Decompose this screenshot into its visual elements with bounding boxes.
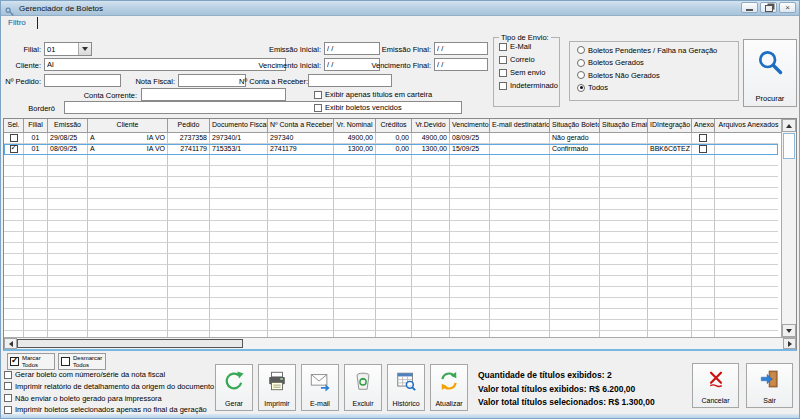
tipo-envio-option-2[interactable]: Correio [499, 55, 559, 64]
column-header-emissao[interactable]: Emissão [48, 119, 88, 133]
close-icon[interactable]: × [779, 2, 796, 13]
vertical-scrollbar[interactable] [781, 119, 796, 337]
procurar-button[interactable]: Procurar [743, 39, 797, 107]
cell-vr_nominal [334, 320, 376, 331]
scroll-left-icon[interactable] [4, 338, 17, 349]
table-row-empty [4, 232, 778, 243]
column-header-pedido[interactable]: Pedido [168, 119, 210, 133]
button-label: E-mail [302, 400, 338, 407]
marcar-todos-button[interactable]: Marcar Todos [7, 353, 55, 370]
pedido-input[interactable] [44, 74, 121, 87]
cell-pedido [168, 320, 210, 331]
cell-anexo [692, 265, 715, 276]
cancelar-button[interactable]: Cancelar [692, 363, 739, 408]
conta-receber-input[interactable] [308, 74, 392, 87]
column-header-documento_fiscal[interactable]: Documento Fiscal [210, 119, 268, 133]
bordero-input[interactable] [64, 101, 462, 114]
status-option-3[interactable]: Boletos Não Gerados [577, 71, 738, 80]
restore-icon[interactable] [760, 2, 777, 13]
column-header-filial[interactable]: Filial [24, 119, 48, 133]
filial-select[interactable]: 01 [44, 42, 92, 56]
column-header-creditos[interactable]: Créditos [376, 119, 412, 133]
cell-email_destinatario [490, 243, 550, 254]
tab-filtro[interactable]: Filtro [8, 18, 26, 27]
imprimir-button[interactable]: Imprimir [258, 364, 296, 411]
cell-documento_fiscal [210, 210, 268, 221]
desmarcar-todos-button[interactable]: Desmarcar Todos [58, 353, 106, 370]
vencimento-inicial-label: Vencimento Inicial: [236, 59, 321, 72]
status-option-2[interactable]: Boletos Gerados [577, 58, 738, 67]
cell-id_integracao [648, 177, 692, 188]
conta-corrente-input[interactable] [141, 88, 286, 101]
cell-emissao [48, 221, 88, 232]
cell-documento_fiscal [210, 309, 268, 320]
cell-filial [24, 155, 48, 166]
atualizar-button[interactable]: Atualizar [430, 364, 468, 411]
vencimento-final-input[interactable] [434, 58, 488, 71]
table-row-empty [4, 166, 778, 177]
horizontal-scrollbar[interactable] [4, 337, 796, 349]
cell-email_destinatario [490, 210, 550, 221]
cell-vr_devido [412, 221, 450, 232]
status-option-1[interactable]: Boletos Pendentes / Falha na Geração [577, 46, 738, 55]
cell-email_destinatario [490, 265, 550, 276]
status-option-4[interactable]: Todos [577, 83, 738, 92]
column-header-arquivos_anexados[interactable]: Arquivos Anexados [715, 119, 783, 133]
exibir-vencidos-checkbox[interactable]: Exibir boletos vencidos [314, 103, 402, 112]
column-header-email_destinatario[interactable]: E-mail destinatário [490, 119, 550, 133]
sel-checkbox[interactable] [10, 134, 18, 142]
sair-button[interactable]: Sair [746, 363, 793, 408]
column-header-vr_devido[interactable]: Vr.Devido [412, 119, 450, 133]
cell-situacao_boleto [550, 232, 600, 243]
cell-emissao [48, 254, 88, 265]
footer-option-2[interactable]: Imprimir relatório de detalhamento da or… [4, 382, 214, 391]
horizontal-scroll-thumb[interactable] [17, 339, 243, 348]
minimize-icon[interactable] [741, 2, 758, 13]
column-header-id_integracao[interactable]: IDIntegração [648, 119, 692, 133]
column-header-situacao_boleto[interactable]: Situação Boleto [550, 119, 600, 133]
cell-creditos [376, 298, 412, 309]
checkbox-icon [499, 69, 507, 77]
excluir-button[interactable]: Excluir [344, 364, 382, 411]
filter-panel: Filial: 01 Cliente: Nº Pedido: Nota Fisc… [1, 32, 799, 118]
table-row[interactable]: 0108/09/25AIA VO2741179715353/1274117913… [4, 144, 778, 155]
cell-conta_receber [268, 320, 334, 331]
tipo-envio-legend: Tipo de Envio: [499, 33, 551, 42]
tipo-envio-option-1[interactable]: E-Mail [499, 42, 559, 51]
column-header-sel[interactable]: Sel. [4, 119, 24, 133]
scroll-up-icon[interactable] [782, 119, 796, 132]
exibir-carteira-checkbox[interactable]: Exibir apenas títulos em carteira [314, 90, 432, 99]
checkbox-icon [4, 394, 12, 402]
column-header-situacao_email[interactable]: Situação Email [600, 119, 648, 133]
column-header-vr_nominal[interactable]: Vr. Nominal [334, 119, 376, 133]
tipo-envio-option-3[interactable]: Sem envio [499, 68, 559, 77]
gerar-button[interactable]: Gerar [215, 364, 253, 411]
cell-email_destinatario [490, 199, 550, 210]
sel-checkbox[interactable] [10, 145, 18, 153]
column-header-conta_receber[interactable]: Nº Conta a Receber [268, 119, 334, 133]
histrico-button[interactable]: Histórico [387, 364, 425, 411]
cell-id_integracao [648, 276, 692, 287]
table-row[interactable]: 0129/08/25AIA VO2737358297340/1297340490… [4, 133, 778, 144]
anexo-checkbox[interactable] [699, 134, 707, 142]
scroll-down-icon[interactable] [782, 324, 796, 337]
scroll-right-icon[interactable] [783, 338, 796, 349]
emissao-inicial-label: Emissão Inicial: [251, 43, 321, 56]
cell-vencimento [450, 155, 490, 166]
cell-creditos: 0,00 [376, 144, 412, 155]
footer-option-3[interactable]: Não enviar o boleto gerado para impresso… [4, 394, 214, 403]
chevron-down-icon[interactable] [78, 43, 91, 55]
anexo-checkbox[interactable] [699, 145, 707, 153]
vertical-scroll-thumb[interactable] [783, 133, 795, 159]
footer-option-1[interactable]: Gerar boleto com número/série da nota fi… [4, 370, 214, 379]
table-body: 0129/08/25AIA VO2737358297340/1297340490… [4, 133, 778, 337]
column-header-vencimento[interactable]: Vencimento [450, 119, 490, 133]
column-header-cliente[interactable]: Cliente [88, 119, 168, 133]
nota-fiscal-input[interactable] [178, 74, 246, 87]
emissao-final-input[interactable] [434, 42, 488, 55]
email-button[interactable]: E-mail [301, 364, 339, 411]
cell-vr_devido [412, 254, 450, 265]
tipo-envio-option-4[interactable]: Indeterminado [499, 81, 559, 90]
column-header-anexo[interactable]: Anexo [692, 119, 715, 133]
total-line-1: Quantidade de títulos exibidos: 2 [478, 369, 655, 383]
